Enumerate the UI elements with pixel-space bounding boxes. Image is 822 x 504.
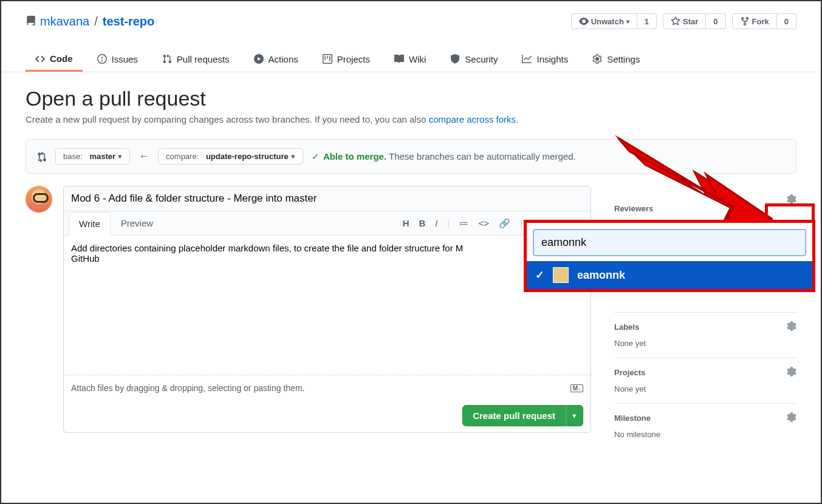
labels-heading: Labels — [614, 322, 796, 332]
gear-icon — [787, 194, 796, 204]
pr-form: Write Preview H B I | ≔ <> 🔗 | ≡• ≡1 ☑ A… — [63, 186, 591, 433]
quote-icon[interactable]: ≔ — [459, 218, 468, 229]
reviewer-avatar — [553, 267, 569, 283]
preview-tab[interactable]: Preview — [111, 211, 163, 235]
pr-title-input[interactable] — [64, 186, 591, 211]
projects-none: None yet — [614, 384, 796, 393]
wiki-icon — [394, 54, 404, 64]
heading-icon[interactable]: H — [403, 218, 409, 229]
check-icon: ✓ — [535, 268, 544, 282]
repo-name-link[interactable]: test-repo — [103, 15, 155, 29]
reviewer-username: eamonnk — [577, 269, 625, 282]
projects-gear[interactable] — [787, 367, 796, 378]
create-pr-button[interactable]: Create pull request — [462, 405, 566, 426]
create-pr-dropdown[interactable]: ▾ — [566, 405, 583, 426]
compare-branch-selector[interactable]: compare: update-repo-structure ▾ — [158, 148, 303, 165]
star-button[interactable]: Star — [663, 13, 706, 29]
star-count[interactable]: 0 — [706, 13, 725, 29]
tab-issues[interactable]: Issues — [87, 47, 148, 72]
code-icon[interactable]: <> — [478, 218, 489, 229]
tab-security[interactable]: Security — [440, 47, 507, 72]
gear-icon — [787, 321, 796, 331]
insights-icon — [522, 54, 532, 64]
repo-nav: Code Issues Pull requests Actions Projec… — [1, 47, 821, 72]
caret-down-icon: ▾ — [118, 152, 122, 161]
markdown-badge[interactable]: M↓ — [570, 384, 583, 392]
star-icon — [671, 16, 680, 26]
caret-down-icon: ▾ — [291, 152, 295, 161]
tab-wiki[interactable]: Wiki — [385, 47, 436, 72]
labels-none: None yet — [614, 339, 796, 348]
pull-request-icon — [162, 54, 172, 64]
reviewer-result-item[interactable]: ✓ eamonnk — [527, 261, 812, 289]
fork-button[interactable]: Fork — [732, 13, 777, 29]
tab-insights[interactable]: Insights — [512, 47, 578, 72]
repo-title: mkavana / test-repo — [26, 15, 154, 29]
reviewer-search-popup: ✓ eamonnk — [524, 220, 815, 292]
write-tab[interactable]: Write — [69, 212, 111, 236]
branch-compare-box: base: master ▾ ← compare: update-repo-st… — [26, 139, 796, 174]
repo-icon — [26, 16, 36, 27]
check-icon: ✓ — [312, 151, 320, 162]
fork-count[interactable]: 0 — [777, 13, 796, 29]
arrow-left-icon: ← — [139, 150, 149, 163]
labels-gear[interactable] — [787, 321, 796, 333]
tab-settings[interactable]: Settings — [583, 47, 649, 72]
eye-icon — [579, 16, 589, 26]
tab-pull-requests[interactable]: Pull requests — [152, 47, 239, 72]
issues-icon — [97, 54, 107, 64]
gear-icon — [592, 54, 602, 64]
tab-projects[interactable]: Projects — [313, 47, 380, 72]
fork-icon — [740, 16, 750, 26]
gear-icon — [787, 412, 796, 422]
link-icon[interactable]: 🔗 — [499, 218, 510, 229]
avatar — [26, 186, 52, 213]
page-subhead: Create a new pull request by comparing c… — [26, 114, 796, 124]
compare-forks-link[interactable]: compare across forks — [429, 114, 516, 124]
base-branch-selector[interactable]: base: master ▾ — [55, 148, 130, 165]
italic-icon[interactable]: I — [435, 218, 437, 229]
bold-icon[interactable]: B — [419, 218, 426, 229]
projects-icon — [323, 54, 332, 64]
reviewer-search-input[interactable] — [533, 229, 806, 256]
caret-down-icon: ▾ — [626, 18, 629, 25]
merge-status: ✓ Able to merge. These branches can be a… — [312, 151, 576, 162]
attach-hint[interactable]: Attach files by dragging & dropping, sel… — [64, 377, 591, 399]
git-compare-icon — [36, 151, 47, 162]
projects-heading: Projects — [614, 368, 796, 377]
pr-description-input[interactable]: Add directories containing placeholder m… — [64, 236, 591, 375]
repo-owner-link[interactable]: mkavana — [40, 15, 89, 29]
code-icon — [35, 54, 45, 64]
tab-actions[interactable]: Actions — [244, 47, 308, 72]
tab-code[interactable]: Code — [26, 47, 83, 72]
milestone-gear[interactable] — [787, 412, 796, 424]
gear-icon — [787, 367, 796, 376]
milestone-heading: Milestone — [614, 414, 796, 423]
page-title: Open a pull request — [26, 87, 796, 111]
actions-icon — [254, 54, 264, 64]
unwatch-button[interactable]: Unwatch ▾ — [571, 13, 637, 29]
header-actions: Unwatch ▾ 1 Star 0 Fork 0 — [571, 13, 796, 29]
watch-count[interactable]: 1 — [637, 13, 657, 29]
milestone-none: No milestone — [614, 430, 796, 439]
security-icon — [450, 54, 460, 64]
